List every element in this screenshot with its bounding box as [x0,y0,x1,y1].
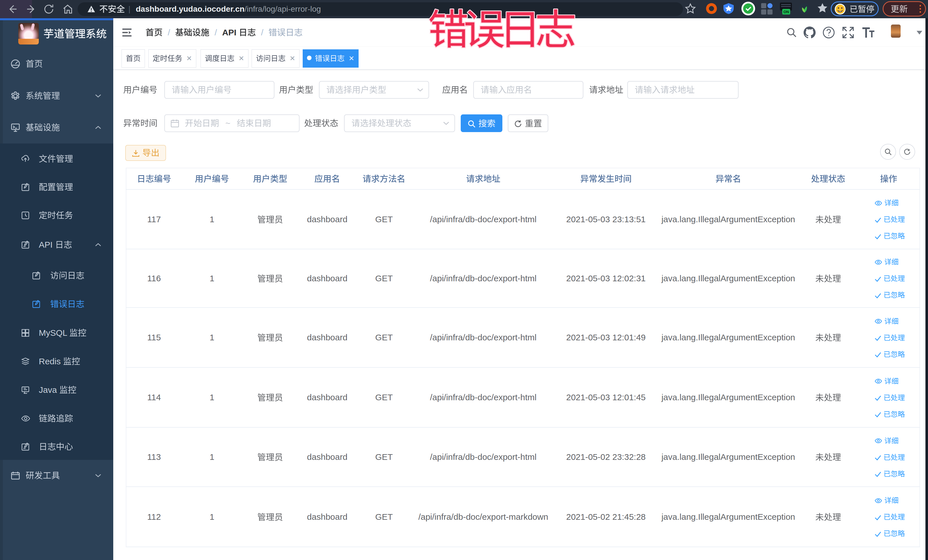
svg-text:ON: ON [783,10,789,14]
